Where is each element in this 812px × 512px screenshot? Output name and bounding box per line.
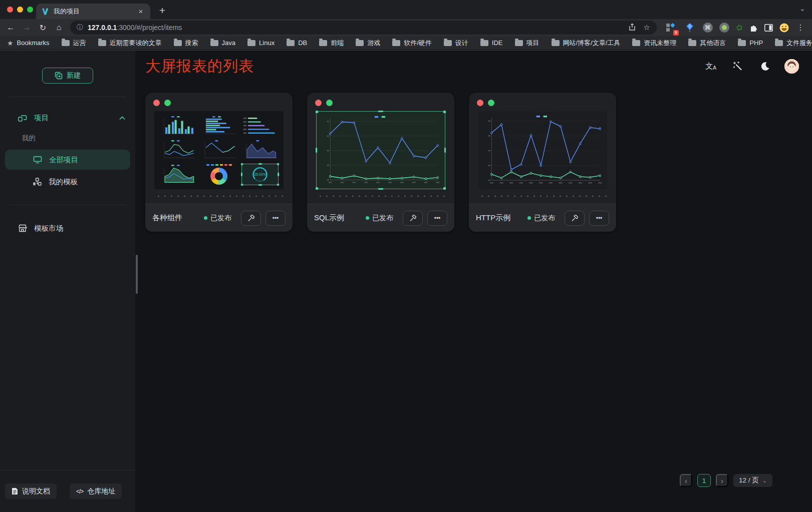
folder-icon xyxy=(738,40,746,46)
dotted-separator xyxy=(154,195,284,197)
line-chart-sql xyxy=(320,114,442,187)
card-preview-http[interactable] xyxy=(478,111,607,189)
bookmark-folder[interactable]: 其他语言 xyxy=(688,39,726,48)
status-dot-icon xyxy=(204,216,207,220)
command-extension-icon[interactable]: ⌘ xyxy=(703,23,713,33)
bookmark-folder[interactable]: DB xyxy=(287,39,307,47)
project-card-widgets[interactable]: 25.00% 各种组件 已发布 xyxy=(145,93,293,232)
bookmark-folder[interactable]: 文件服务器 xyxy=(775,39,812,48)
bookmark-folder[interactable]: PHP xyxy=(738,39,763,47)
bookmarks-manager-item[interactable]: ★ Bookmarks xyxy=(7,39,50,47)
selection-handle xyxy=(316,111,318,113)
chevron-left-icon: ‹ xyxy=(685,476,687,485)
selection-handle xyxy=(443,187,446,190)
forward-icon[interactable]: → xyxy=(20,21,34,35)
dark-mode-moon-icon[interactable] xyxy=(757,59,772,74)
address-bar[interactable]: ⓘ 127.0.0.1:3000/#/project/items ☆ xyxy=(70,21,657,35)
home-icon[interactable]: ⌂ xyxy=(52,21,66,35)
window-zoom-button[interactable] xyxy=(27,7,33,13)
back-icon[interactable]: ← xyxy=(4,21,18,35)
bookmark-folder[interactable]: 软件/硬件 xyxy=(392,39,432,48)
project-card-http[interactable]: HTTP示例 已发布 ••• xyxy=(469,93,616,232)
docs-button[interactable]: 说明文档 xyxy=(5,483,57,499)
side-panel-icon[interactable] xyxy=(764,24,773,32)
browser-tab[interactable]: 我的项目 × xyxy=(36,4,150,19)
edit-hammer-button[interactable] xyxy=(241,211,261,226)
more-options-button[interactable]: ••• xyxy=(265,211,286,226)
grid-extension-icon[interactable]: 9 xyxy=(664,21,677,34)
browser-menu-icon[interactable]: ⋮ xyxy=(795,23,805,32)
chevron-up-icon[interactable] xyxy=(119,116,125,120)
emoji-extension-icon[interactable] xyxy=(779,23,789,33)
bookmark-folder[interactable]: 游戏 xyxy=(356,39,380,48)
card-status-dots xyxy=(145,93,293,111)
bookmark-folder[interactable]: IDE xyxy=(480,39,503,47)
mini-two-line-chart xyxy=(159,139,196,161)
bookmark-folder[interactable]: 近期需要读的文章 xyxy=(98,39,162,48)
edit-hammer-button[interactable] xyxy=(403,211,423,226)
reload-icon[interactable]: ↻ xyxy=(36,21,50,35)
share-icon[interactable] xyxy=(628,23,636,31)
card-footer: HTTP示例 已发布 ••• xyxy=(469,204,616,232)
edit-hammer-button[interactable] xyxy=(565,211,585,226)
extensions-puzzle-icon[interactable] xyxy=(749,24,758,32)
vertical-scrollbar[interactable] xyxy=(136,255,138,294)
page-size-select[interactable]: 12 / 页 ⌄ xyxy=(733,474,772,487)
tab-search-chevron-icon[interactable]: ⌄ xyxy=(799,4,805,13)
project-card-sql[interactable]: SQL示例 已发布 ••• xyxy=(307,93,454,232)
hammer-icon xyxy=(247,214,255,222)
user-avatar[interactable] xyxy=(784,59,799,74)
bookmark-folder-label: IDE xyxy=(492,39,503,47)
bookmark-folder[interactable]: 搜索 xyxy=(174,39,198,48)
sidebar-item-template-market[interactable]: 模板市场 xyxy=(0,218,135,238)
folder-icon xyxy=(62,40,70,46)
document-icon xyxy=(12,487,18,495)
mini-capsule-chart xyxy=(241,115,279,137)
new-tab-button[interactable]: + xyxy=(155,4,169,18)
bookmark-star-icon[interactable]: ☆ xyxy=(643,23,650,32)
recorder-extension-icon[interactable] xyxy=(719,23,729,33)
more-options-button[interactable]: ••• xyxy=(427,211,447,226)
sidebar-item-my-templates[interactable]: 我的模板 xyxy=(5,172,130,192)
repo-button[interactable]: </> 仓库地址 xyxy=(70,483,122,499)
selection-handle xyxy=(316,187,318,190)
window-close-button[interactable] xyxy=(7,7,13,13)
mini-hbar-chart xyxy=(200,115,237,137)
chevron-right-icon: › xyxy=(721,476,723,485)
gem-extension-icon[interactable] xyxy=(683,21,696,34)
green-star-extension-icon[interactable]: ✩ xyxy=(735,22,744,34)
site-info-icon[interactable]: ⓘ xyxy=(77,23,83,32)
red-dot xyxy=(315,100,322,106)
bookmark-folder[interactable]: 前端 xyxy=(319,39,344,48)
language-icon[interactable]: 文A xyxy=(703,59,718,74)
new-project-label: 新建 xyxy=(67,71,81,80)
folder-icon xyxy=(98,40,106,46)
magic-wand-icon[interactable] xyxy=(730,59,745,74)
new-project-button[interactable]: 新建 xyxy=(42,68,93,84)
sidebar-group-projects[interactable]: 项目 xyxy=(0,110,135,126)
bookmark-folder[interactable]: 项目 xyxy=(515,39,539,48)
next-page-button[interactable]: › xyxy=(716,474,728,487)
bookmark-folder[interactable]: 运营 xyxy=(62,39,86,48)
browser-toolbar: ← → ↻ ⌂ ⓘ 127.0.0.1:3000/#/project/items… xyxy=(0,19,812,36)
bookmark-folder[interactable]: Java xyxy=(210,39,235,47)
prev-page-button[interactable]: ‹ xyxy=(680,474,692,487)
sidebar-footer: 说明文档 </> 仓库地址 xyxy=(0,470,135,512)
current-page-button[interactable]: 1 xyxy=(697,474,711,487)
folder-icon xyxy=(287,40,295,46)
window-minimize-button[interactable] xyxy=(17,7,23,13)
bookmark-folder[interactable]: 设计 xyxy=(444,39,468,48)
tab-close-icon[interactable]: × xyxy=(136,7,145,16)
bookmark-folder[interactable]: Linux xyxy=(247,39,275,47)
bookmark-folder[interactable]: 网站/博客/文章/工具 xyxy=(552,39,621,48)
card-preview-sql[interactable] xyxy=(316,111,445,189)
sidebar-item-all-projects[interactable]: 全部项目 xyxy=(5,150,130,170)
more-options-button[interactable]: ••• xyxy=(589,211,609,226)
bookmark-folder[interactable]: 资讯未整理 xyxy=(632,39,676,48)
tab-title: 我的项目 xyxy=(54,7,132,16)
sidebar-item-label: 我的模板 xyxy=(49,177,78,187)
status-label: 已发布 xyxy=(210,214,231,223)
card-preview-widgets[interactable]: 25.00% xyxy=(154,111,284,189)
folder-icon xyxy=(515,40,523,46)
browser-tab-bar: 我的项目 × + ⌄ xyxy=(0,0,812,19)
